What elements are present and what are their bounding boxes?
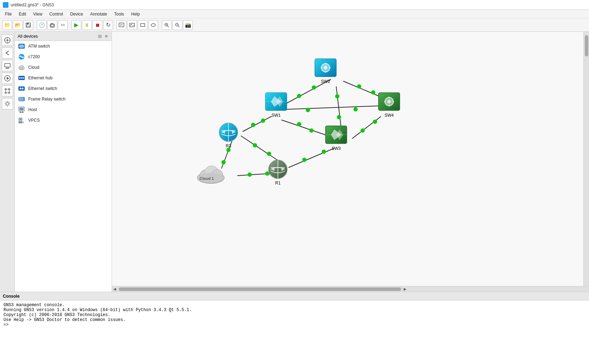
menu-control[interactable]: Control (46, 11, 67, 17)
device-item-vpcs[interactable]: VPCS VPCS (15, 115, 112, 126)
menu-view[interactable]: View (30, 11, 46, 17)
svg-point-100 (302, 158, 307, 162)
svg-point-53 (23, 77, 24, 79)
sw4-label: SW4 (385, 113, 394, 118)
stop-button[interactable]: ⏹ (93, 20, 102, 30)
hscroll-left[interactable]: ◀ (112, 287, 118, 291)
console-body[interactable]: GNS3 management console. Running GNS3 ve… (0, 301, 589, 364)
hscroll-right[interactable]: ▶ (402, 287, 408, 291)
navigate-button[interactable] (2, 35, 13, 46)
node-sw2[interactable]: SW2 (313, 57, 338, 84)
svg-rect-11 (141, 24, 145, 26)
device-item-c7200[interactable]: c7200 (15, 51, 112, 62)
back-button[interactable] (2, 47, 13, 59)
r1-label: R1 (275, 181, 280, 186)
svg-point-89 (353, 107, 358, 111)
app-icon: 🌐 (3, 2, 8, 8)
horizontal-scrollbar[interactable]: ◀ ▶ (112, 286, 589, 292)
device-item-hub[interactable]: Ethernet hub (15, 73, 112, 83)
svg-point-31 (8, 89, 10, 90)
vpcs-label: VPCS (28, 118, 40, 123)
menu-device[interactable]: Device (67, 11, 87, 17)
open-button[interactable]: 📂 (13, 20, 23, 30)
history-button[interactable]: 🕐 (37, 20, 47, 30)
menu-file[interactable]: File (1, 11, 15, 17)
refresh-button[interactable]: ↻ (103, 20, 113, 30)
svg-rect-2 (26, 25, 30, 27)
svg-point-32 (5, 92, 6, 93)
device-item-switch[interactable]: Ethernet switch (15, 83, 112, 94)
device-item-frame-relay[interactable]: Frame Relay switch (15, 94, 112, 104)
svg-line-18 (178, 26, 179, 27)
vscroll-thumb[interactable] (585, 35, 588, 56)
svg-line-76 (343, 81, 381, 97)
node-sw4[interactable]: SW4 (377, 91, 401, 118)
network-canvas[interactable]: SW1 (112, 32, 583, 286)
host-label: Host (28, 107, 37, 112)
panel-minimize[interactable]: ⊟ (97, 34, 102, 39)
zoom-out-button[interactable] (172, 20, 182, 30)
terminal-button[interactable]: >> (58, 20, 68, 30)
frame-relay-label: Frame Relay switch (28, 97, 65, 102)
svg-point-52 (21, 77, 22, 79)
node-r1[interactable]: R1 (267, 159, 288, 186)
sw1-label: SW1 (272, 113, 281, 118)
svg-point-114 (324, 66, 327, 69)
console-title: Console (3, 294, 19, 299)
devices-button[interactable] (2, 60, 13, 71)
settings-button[interactable] (2, 98, 13, 109)
node-sw3[interactable]: SW3 (324, 124, 349, 151)
host-icon (18, 106, 25, 114)
play-button[interactable]: ▶ (71, 20, 81, 30)
ethernet-hub-label: Ethernet hub (28, 75, 53, 80)
svg-point-33 (8, 92, 10, 93)
svg-rect-68 (19, 108, 24, 110)
svg-point-84 (297, 94, 301, 98)
menubar: File Edit View Control Device Annotate T… (0, 10, 589, 18)
snapshot-button[interactable] (47, 20, 57, 30)
device-item-cloud[interactable]: Cloud (15, 62, 112, 73)
pause-button[interactable]: ⏸ (82, 20, 92, 30)
menu-annotate[interactable]: Annotate (87, 11, 111, 17)
svg-point-94 (361, 128, 365, 133)
console-line-1: GNS3 management console. (4, 303, 585, 308)
titlebar: 🌐 untitled2.gns3* - GNS3 (0, 0, 589, 10)
ellipse-button[interactable] (148, 20, 158, 30)
new-folder-button[interactable]: 📁 (2, 20, 12, 30)
svg-line-78 (352, 116, 381, 139)
svg-line-14 (167, 26, 169, 27)
menu-edit[interactable]: Edit (15, 11, 30, 17)
title-text: untitled2.gns3* - GNS3 (11, 2, 54, 7)
device-item-host[interactable]: Host (15, 104, 112, 115)
console-header: Console (0, 292, 589, 301)
svg-point-95 (373, 120, 377, 124)
menu-tools[interactable]: Tools (111, 11, 127, 17)
svg-rect-6 (119, 23, 124, 27)
svg-marker-29 (7, 77, 9, 80)
svg-line-83 (241, 136, 281, 162)
save-button[interactable] (23, 20, 33, 30)
svg-point-51 (19, 77, 20, 79)
svg-line-79 (243, 116, 272, 132)
play-controls-button[interactable] (2, 73, 13, 84)
zoom-in-button[interactable] (162, 20, 172, 30)
svg-rect-24 (5, 63, 10, 67)
svg-point-103 (248, 172, 252, 177)
svg-text:Cloud 1: Cloud 1 (200, 176, 214, 181)
annotate-button[interactable] (117, 20, 126, 30)
node-cloud1[interactable]: Cloud 1 (193, 159, 228, 184)
device-item-atm[interactable]: ATM switch (15, 41, 112, 51)
vertical-scrollbar[interactable] (583, 32, 589, 286)
node-r3[interactable]: R3 (218, 122, 239, 148)
panel-close[interactable]: ✕ (104, 34, 109, 39)
atm-switch-label: ATM switch (28, 44, 50, 49)
node-sw1[interactable]: SW1 (264, 91, 288, 118)
menu-help[interactable]: Help (127, 11, 143, 17)
rectangle-button[interactable] (138, 20, 148, 30)
svg-rect-1 (27, 23, 29, 24)
connections-button[interactable] (2, 85, 13, 97)
svg-point-30 (5, 89, 6, 90)
image-button[interactable] (127, 20, 137, 30)
hscroll-thumb[interactable] (119, 287, 401, 291)
screenshot-button[interactable]: 📸 (183, 20, 193, 30)
